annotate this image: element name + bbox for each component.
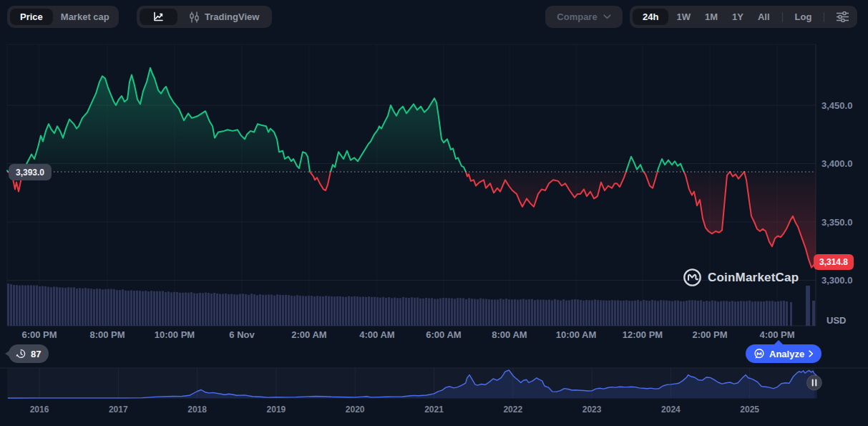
x-axis-label: 4:00 PM xyxy=(748,329,806,340)
range-1w[interactable]: 1W xyxy=(670,9,697,25)
last-price-badge: 3,314.8 xyxy=(814,254,854,270)
compare-label: Compare xyxy=(557,11,597,22)
coinmarketcap-logo-icon xyxy=(683,268,702,287)
coinmarketcap-chart-module: PriceMarket cap TradingView Compare 24h1 xyxy=(0,0,868,426)
x-axis-label: 6:00 PM xyxy=(11,329,68,340)
tab-market-cap[interactable]: Market cap xyxy=(54,9,116,25)
history-clock-icon xyxy=(15,348,26,359)
tab-price[interactable]: Price xyxy=(10,9,53,25)
x-axis-label: 12:00 PM xyxy=(614,329,671,340)
minimap-year-label: 2016 xyxy=(18,405,61,415)
log-scale-button[interactable]: Log xyxy=(789,9,819,25)
analyze-chat-icon xyxy=(754,348,765,359)
watermark-text: CoinMarketCap xyxy=(708,271,799,285)
y-axis-label: 3,450.0 xyxy=(821,100,864,111)
range-all[interactable]: All xyxy=(751,9,776,25)
line-chart-icon xyxy=(152,11,165,23)
history-badge[interactable]: 87 xyxy=(9,344,49,363)
open-price-label: 3,393.0 xyxy=(9,164,52,180)
currency-label: USD xyxy=(826,315,846,326)
price-chart-canvas[interactable] xyxy=(0,0,868,426)
chart-type-group: TradingView xyxy=(137,6,272,28)
sliders-icon xyxy=(836,11,849,22)
x-axis-label: 6:00 AM xyxy=(415,329,472,340)
y-axis-label: 3,350.0 xyxy=(821,217,864,228)
minimap-year-label: 2019 xyxy=(255,405,298,415)
y-axis-label: 3,300.0 xyxy=(821,275,864,286)
range-1m[interactable]: 1M xyxy=(698,9,724,25)
x-axis-label: 10:00 AM xyxy=(547,329,605,340)
coinmarketcap-watermark: CoinMarketCap xyxy=(683,268,799,287)
x-axis-label: 8:00 PM xyxy=(79,329,136,340)
minimap-year-label: 2023 xyxy=(570,405,613,415)
minimap[interactable] xyxy=(0,368,868,399)
chevron-down-icon xyxy=(603,14,611,19)
minimap-year-label: 2021 xyxy=(413,405,456,415)
x-axis-label: 2:00 AM xyxy=(281,329,338,340)
minimap-year-label: 2024 xyxy=(649,405,692,415)
x-axis-label: 2:00 PM xyxy=(681,329,738,340)
minimap-year-label: 2025 xyxy=(728,405,771,415)
minimap-selected-window[interactable] xyxy=(7,369,814,399)
history-count: 87 xyxy=(31,349,41,359)
x-axis-label: 4:00 AM xyxy=(348,329,406,340)
minimap-scrub-handle[interactable] xyxy=(807,375,822,390)
x-axis-label: 10:00 PM xyxy=(146,329,203,340)
chevron-right-icon xyxy=(809,350,814,357)
divider xyxy=(782,12,783,22)
line-chart-type-button[interactable] xyxy=(140,9,177,25)
analyze-button[interactable]: Analyze xyxy=(746,344,821,363)
analyze-label: Analyze xyxy=(769,349,804,359)
tradingview-label: TradingView xyxy=(205,11,259,22)
range-1y[interactable]: 1Y xyxy=(726,9,750,25)
y-axis-label: 3,400.0 xyxy=(821,158,864,169)
x-axis-label: 8:00 AM xyxy=(481,329,538,340)
minimap-year-label: 2022 xyxy=(492,405,535,415)
minimap-year-label: 2020 xyxy=(333,405,376,415)
candlestick-icon xyxy=(189,11,200,23)
range-24h[interactable]: 24h xyxy=(633,9,668,25)
metric-toggle-group: PriceMarket cap xyxy=(7,6,119,28)
minimap-year-label: 2017 xyxy=(97,405,140,415)
compare-button[interactable]: Compare xyxy=(545,6,623,28)
minimap-year-label: 2018 xyxy=(176,405,219,415)
range-group: 24h1W1M1YAll Log xyxy=(630,6,857,28)
tradingview-chart-type-button[interactable]: TradingView xyxy=(179,9,269,25)
x-axis-label: 6 Nov xyxy=(213,329,270,340)
chart-settings-button[interactable] xyxy=(830,9,854,25)
divider xyxy=(824,12,824,22)
